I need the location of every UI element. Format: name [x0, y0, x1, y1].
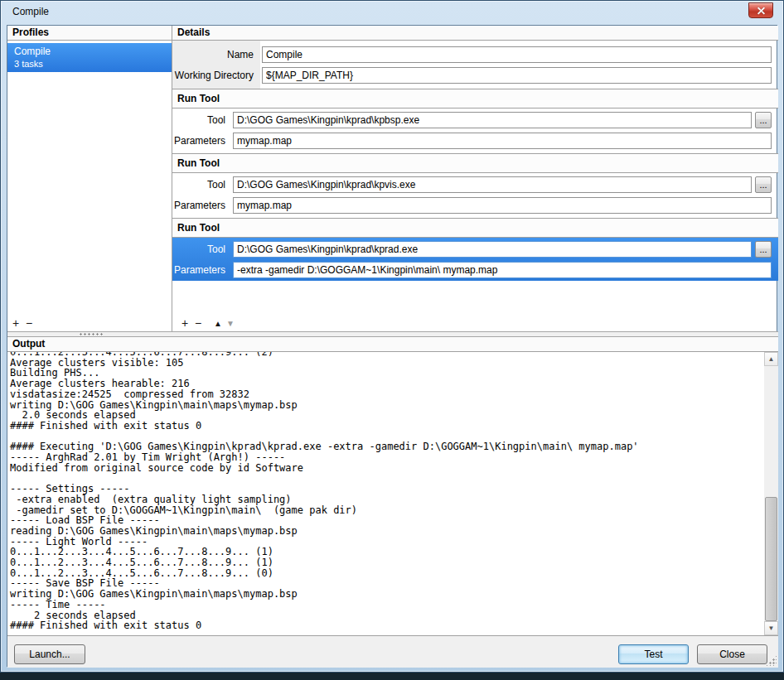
move-task-up-button[interactable]: ▲ [211, 316, 225, 330]
tool-label: Tool [172, 112, 227, 128]
scrollbar-thumb[interactable] [765, 497, 777, 621]
tool-path-input-3[interactable] [233, 241, 752, 258]
details-panel-header: Details [172, 26, 778, 41]
move-task-down-button[interactable]: ▼ [224, 316, 237, 330]
launch-button[interactable]: Launch... [14, 644, 85, 664]
parameters-label: Parameters [172, 262, 227, 278]
test-button[interactable]: Test [618, 644, 689, 664]
run-tool-section-3: Run Tool Tool ... Parameters [172, 218, 778, 282]
profiles-list: Compile 3 tasks [7, 41, 172, 331]
scroll-down-icon[interactable]: ▼ [764, 621, 778, 635]
add-profile-button[interactable]: + [9, 316, 22, 330]
compile-dialog-window: Compile Profiles Details Compile 3 tasks… [0, 0, 784, 673]
run-tool-header: Run Tool [172, 89, 778, 109]
output-scrollbar[interactable]: ▲ ▼ [764, 352, 778, 635]
tool-label: Tool [172, 176, 227, 193]
run-tool-section-1: Run Tool Tool ... Parameters [172, 89, 778, 153]
parameters-input-2[interactable] [233, 197, 772, 214]
add-task-button[interactable]: + [178, 316, 191, 330]
profile-list-item-compile[interactable]: Compile 3 tasks [7, 43, 172, 72]
working-directory-label: Working Directory [172, 67, 257, 84]
run-tool-header: Run Tool [172, 219, 778, 238]
close-button[interactable] [748, 2, 773, 18]
parameters-label: Parameters [172, 197, 227, 214]
scroll-up-icon[interactable]: ▲ [764, 352, 778, 366]
profiles-panel-header: Profiles [7, 26, 172, 41]
profile-name: Compile [14, 45, 172, 58]
remove-profile-button[interactable]: − [22, 316, 36, 330]
dialog-client-area: Profiles Details Compile 3 tasks Name Wo… [7, 25, 777, 667]
working-directory-input[interactable] [262, 67, 772, 84]
parameters-input-1[interactable] [233, 133, 772, 149]
browse-button-1[interactable]: ... [755, 112, 772, 128]
name-input[interactable] [262, 46, 772, 63]
output-log-text: 0...1...2...3...4...5...6...7...8...9...… [10, 352, 639, 631]
desktop-background [0, 673, 784, 680]
close-icon [757, 10, 767, 12]
remove-task-button[interactable]: − [191, 316, 205, 330]
profile-task-count: 3 tasks [14, 58, 172, 70]
output-panel-header: Output [7, 337, 778, 352]
close-dialog-button[interactable]: Close [697, 644, 767, 664]
run-tool-section-2: Run Tool Tool ... Parameters [172, 153, 778, 218]
browse-button-3[interactable]: ... [755, 241, 772, 258]
browse-button-2[interactable]: ... [755, 176, 772, 193]
dialog-footer: Launch... Test Close [7, 636, 778, 668]
tool-path-input-2[interactable] [233, 176, 752, 193]
title-bar[interactable]: Compile [1, 1, 783, 25]
output-splitter[interactable] [7, 331, 778, 337]
tool-path-input-1[interactable] [233, 112, 752, 128]
parameters-input-3[interactable] [233, 262, 772, 278]
splitter-grip-icon [79, 333, 104, 335]
name-label: Name [172, 46, 257, 63]
run-tool-header: Run Tool [172, 154, 778, 173]
tool-label: Tool [172, 241, 227, 258]
parameters-label: Parameters [172, 133, 227, 149]
window-title: Compile [12, 1, 49, 25]
output-console[interactable]: 0...1...2...3...4...5...6...7...8...9...… [7, 352, 778, 636]
